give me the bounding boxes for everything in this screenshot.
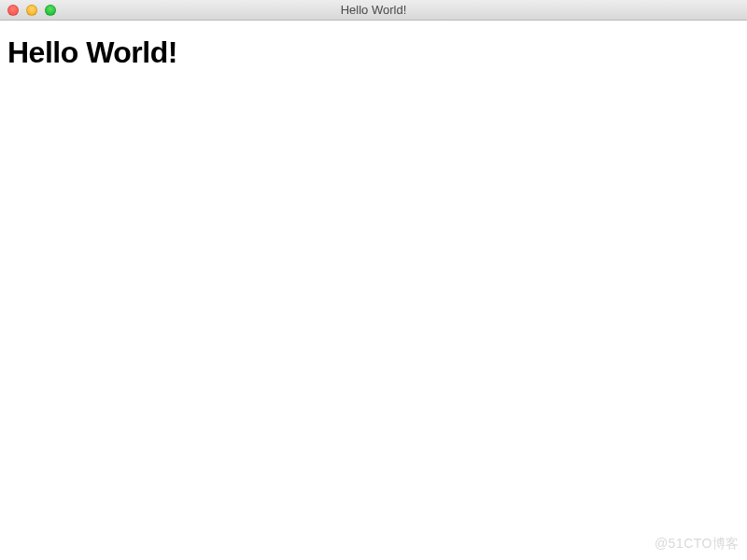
minimize-icon[interactable] bbox=[26, 5, 37, 16]
maximize-icon[interactable] bbox=[45, 5, 56, 16]
traffic-lights bbox=[7, 5, 56, 16]
title-bar: Hello World! bbox=[0, 0, 747, 21]
window-title: Hello World! bbox=[0, 0, 747, 21]
watermark: @51CTO博客 bbox=[655, 536, 740, 553]
page-heading: Hello World! bbox=[7, 35, 740, 70]
content-area: Hello World! bbox=[0, 21, 747, 560]
close-icon[interactable] bbox=[7, 5, 19, 16]
